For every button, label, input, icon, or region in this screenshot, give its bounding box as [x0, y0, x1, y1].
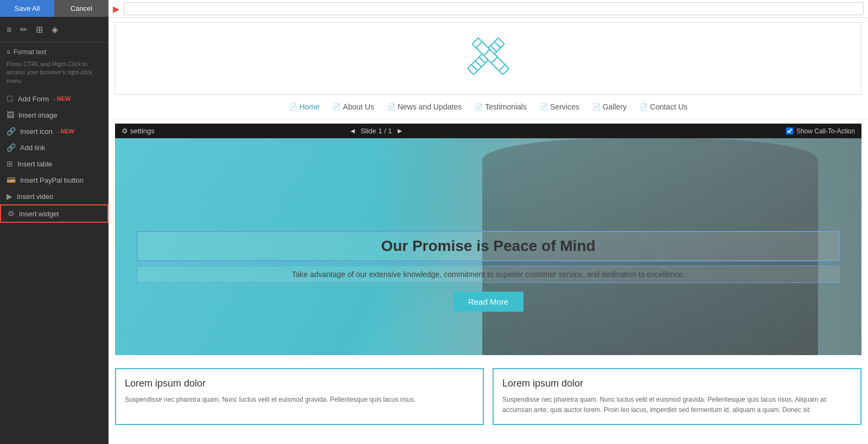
sidebar: Save All Cancel ≡ ✏ ⊞ ◈ ≡ Format text Pr… [0, 0, 108, 444]
sidebar-toolbar: Save All Cancel [0, 0, 108, 17]
cards-section: Lorem ipsum dolor Suspendisse nec pharet… [108, 359, 868, 434]
top-bar: ▶ [108, 0, 868, 18]
insert-widget-icon: ⚙ [8, 209, 15, 218]
hero-container: ⚙ settings ◄ Slide 1 / 1 ► Show Call-To-… [115, 124, 861, 355]
hero-content-overlay: Our Promise is Peace of Mind Take advant… [115, 231, 861, 312]
insert-paypal-icon: 💳 [7, 176, 16, 184]
logo-area [115, 22, 861, 95]
insert-icon-badge: - NEW [57, 128, 74, 134]
hero-toolbar: ⚙ settings ◄ Slide 1 / 1 ► Show Call-To-… [115, 124, 861, 138]
sidebar-menu: ☐ Add Form - NEW 🖼 Insert image 🔗 Insert… [0, 91, 108, 223]
hero-slide-nav: ◄ Slide 1 / 1 ► [349, 127, 403, 135]
add-form-icon: ☐ [7, 94, 14, 103]
sidebar-icon-row: ≡ ✏ ⊞ ◈ [0, 17, 108, 43]
sidebar-item-insert-image[interactable]: 🖼 Insert image [0, 107, 108, 123]
hero-title-box: Our Promise is Peace of Mind [137, 231, 840, 261]
show-cta-checkbox[interactable] [786, 127, 793, 134]
main-content: ▶ [108, 0, 868, 444]
nav-item-home[interactable]: 📄 Home [289, 102, 320, 111]
address-bar[interactable] [124, 2, 864, 15]
add-form-label: Add Form [18, 95, 49, 103]
card-1-text: Suspendisse nec pharetra quam. Nunc luct… [125, 395, 474, 405]
sidebar-item-insert-video[interactable]: ▶ Insert video [0, 188, 108, 204]
sidebar-item-insert-icon[interactable]: 🔗 Insert icon - NEW [0, 123, 108, 139]
card-2: Lorem ipsum dolor Suspendisse nec pharet… [493, 368, 861, 425]
insert-icon-icon: 🔗 [7, 127, 16, 136]
sidebar-item-insert-paypal[interactable]: 💳 Insert PayPal button [0, 172, 108, 188]
insert-video-icon: ▶ [7, 192, 12, 201]
insert-image-icon: 🖼 [7, 111, 14, 119]
nav-bar: 📄 Home 📄 About Us 📄 News and Updates 📄 T… [108, 95, 868, 119]
format-lines-small-icon: ≡ [7, 48, 10, 56]
card-2-title: Lorem ipsum dolor [502, 378, 852, 389]
next-slide-button[interactable]: ► [396, 127, 403, 135]
save-all-button[interactable]: Save All [0, 0, 54, 17]
nav-item-gallery[interactable]: 📄 Gallery [592, 102, 627, 111]
insert-icon-label: Insert icon [20, 127, 53, 136]
gear-icon: ⚙ [122, 127, 128, 135]
testimonials-nav-icon: 📄 [475, 103, 483, 111]
insert-table-label: Insert table [17, 160, 52, 168]
add-link-label: Add link [20, 144, 45, 152]
cancel-button[interactable]: Cancel [54, 0, 108, 17]
hero-subtitle-box: Take advantage of our extensive knowledg… [137, 266, 840, 283]
nav-item-about[interactable]: 📄 About Us [333, 102, 374, 111]
sidebar-item-add-link[interactable]: 🔗 Add link [0, 139, 108, 156]
read-more-button[interactable]: Read More [453, 292, 524, 312]
slide-counter: Slide 1 / 1 [361, 127, 392, 135]
format-lines-icon[interactable]: ≡ [4, 22, 14, 37]
cube-icon[interactable]: ◈ [49, 22, 60, 37]
sidebar-item-insert-widget[interactable]: ⚙ Insert widget [0, 204, 108, 223]
logo-svg [456, 31, 521, 86]
sidebar-item-insert-table[interactable]: ⊞ Insert table [0, 156, 108, 172]
nav-item-news[interactable]: 📄 News and Updates [387, 102, 462, 111]
hero-subtitle: Take advantage of our extensive knowledg… [292, 270, 685, 279]
home-nav-icon: 📄 [289, 103, 297, 111]
nav-item-contact[interactable]: 📄 Contact Us [640, 102, 687, 111]
play-button[interactable]: ▶ [113, 4, 119, 14]
card-1: Lorem ipsum dolor Suspendisse nec pharet… [115, 368, 484, 425]
edit-pencil-icon[interactable]: ✏ [18, 22, 29, 37]
add-form-badge: - NEW [53, 95, 71, 102]
hero-title: Our Promise is Peace of Mind [381, 237, 595, 254]
about-nav-icon: 📄 [333, 103, 341, 111]
insert-video-label: Insert video [17, 192, 53, 201]
add-link-icon: 🔗 [7, 143, 16, 152]
nav-item-testimonials[interactable]: 📄 Testimonials [475, 102, 527, 111]
format-text-section: ≡ Format text [0, 43, 108, 58]
nav-item-services[interactable]: 📄 Services [540, 102, 579, 111]
settings-label: settings [130, 127, 155, 135]
hero-settings-btn[interactable]: ⚙ settings [122, 127, 155, 135]
card-1-title: Lorem ipsum dolor [125, 378, 474, 389]
contact-nav-icon: 📄 [640, 103, 648, 111]
insert-image-label: Insert image [18, 111, 58, 119]
cta-label: Show Call-To-Action [796, 127, 855, 135]
sidebar-item-add-form[interactable]: ☐ Add Form - NEW [0, 91, 108, 107]
hero-image-area: Our Promise is Peace of Mind Take advant… [115, 138, 861, 355]
services-nav-icon: 📄 [540, 103, 548, 111]
news-nav-icon: 📄 [387, 103, 395, 111]
gallery-nav-icon: 📄 [592, 103, 601, 111]
prev-slide-button[interactable]: ◄ [349, 127, 356, 135]
insert-table-icon: ⊞ [7, 159, 13, 168]
sidebar-hint: Press CTRL and Right-Click to access you… [0, 58, 108, 91]
grid-icon[interactable]: ⊞ [34, 22, 45, 37]
hero-cta-check: Show Call-To-Action [786, 127, 855, 135]
insert-widget-label: Insert widget [19, 210, 59, 218]
card-2-text: Suspendisse nec pharetra quam. Nunc luct… [502, 395, 852, 415]
insert-paypal-label: Insert PayPal button [20, 176, 84, 184]
